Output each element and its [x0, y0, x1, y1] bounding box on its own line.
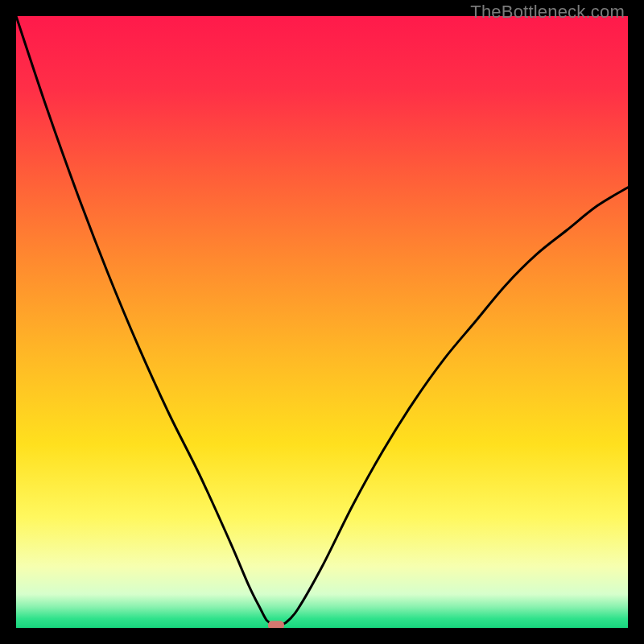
heatmap-background	[16, 16, 628, 628]
watermark-text: TheBottleneck.com	[470, 2, 625, 23]
chart-svg	[16, 16, 628, 628]
optimum-marker	[268, 621, 284, 628]
chart-frame	[16, 16, 628, 628]
